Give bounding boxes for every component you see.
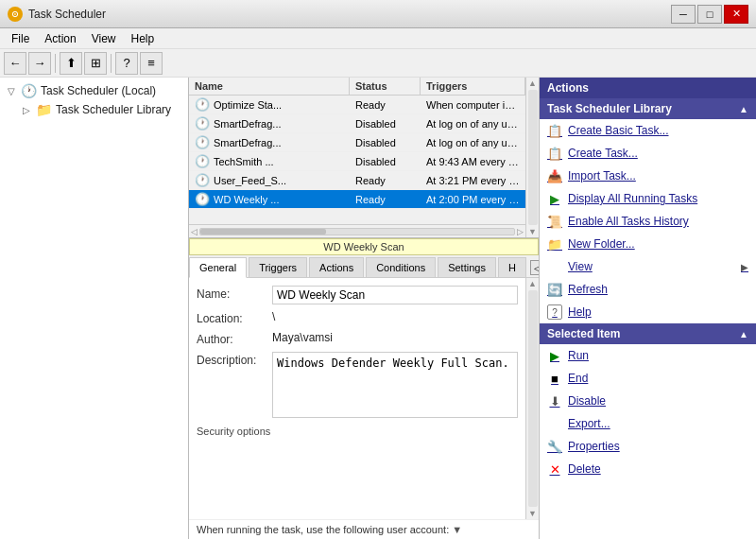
- tree-icon-library: 📁: [36, 102, 52, 117]
- new-folder-item[interactable]: 📁 New Folder...: [540, 233, 756, 255]
- task-icon: 🕐: [195, 173, 210, 187]
- details-vscrollbar[interactable]: ▲ ▼: [525, 278, 539, 519]
- task-status-cell: Disabled: [350, 116, 421, 131]
- task-status-cell: Ready: [350, 97, 421, 113]
- task-icon: 🕐: [195, 116, 210, 130]
- new-folder-label: New Folder...: [568, 237, 635, 251]
- description-label: Description:: [197, 352, 272, 367]
- task-name-cell: 🕐TechSmith ...: [189, 152, 350, 170]
- author-field-row: Author: Maya\vamsi: [197, 331, 518, 346]
- display-running-item[interactable]: ▶ Display All Running Tasks: [540, 187, 756, 210]
- tree-expand-library: ▷: [23, 105, 32, 115]
- delete-item[interactable]: ✕ Delete: [540, 458, 756, 480]
- menu-view[interactable]: View: [84, 30, 124, 47]
- task-row-selected[interactable]: 🕐WD Weekly ... Ready At 2:00 PM every Su…: [189, 190, 525, 209]
- properties-item[interactable]: 🔧 Properties: [540, 435, 756, 458]
- properties-icon: 🔧: [547, 439, 562, 454]
- task-status-cell-selected: Ready: [350, 192, 421, 207]
- security-note: When running the task, use the following…: [197, 524, 449, 535]
- import-task-item[interactable]: 📥 Import Task...: [540, 165, 756, 187]
- section-title-selected[interactable]: Selected Item ▲: [540, 323, 756, 344]
- task-status-cell: Disabled: [350, 135, 421, 150]
- actions-title: Actions: [547, 81, 589, 95]
- maximize-button[interactable]: □: [697, 5, 722, 24]
- task-row[interactable]: 🕐TechSmith ... Disabled At 9:43 AM every…: [189, 152, 525, 171]
- task-triggers-cell: When computer is at idle: [421, 97, 525, 113]
- forward-button[interactable]: →: [28, 52, 51, 75]
- back-button[interactable]: ←: [4, 52, 26, 75]
- task-triggers-cell-selected: At 2:00 PM every Sunday of s: [421, 192, 525, 207]
- col-header-name[interactable]: Name: [189, 78, 350, 95]
- tab-h[interactable]: H: [498, 257, 526, 277]
- help-item[interactable]: ? Help: [540, 301, 756, 323]
- tree-expand-root: ▽: [8, 86, 17, 96]
- tab-triggers[interactable]: Triggers: [249, 257, 307, 277]
- author-label: Author:: [197, 331, 272, 346]
- export-label: Export...: [568, 417, 610, 430]
- view-icon: [547, 259, 562, 274]
- disable-item[interactable]: ⬇ Disable: [540, 390, 756, 412]
- description-textarea[interactable]: Windows Defender Weekly Full Scan.: [272, 352, 518, 418]
- task-triggers-cell: At 3:21 PM every day - Trigg...: [421, 173, 525, 188]
- tab-actions[interactable]: Actions: [309, 257, 364, 277]
- task-row[interactable]: 🕐User_Feed_S... Ready At 3:21 PM every d…: [189, 171, 525, 190]
- section-label-selected: Selected Item: [547, 327, 620, 340]
- create-basic-task-item[interactable]: 📋 Create Basic Task...: [540, 119, 756, 142]
- tab-settings[interactable]: Settings: [438, 257, 496, 277]
- task-row[interactable]: 🕐SmartDefrag... Disabled At log on of an…: [189, 114, 525, 133]
- horizontal-scrollbar[interactable]: ◁ ▷: [189, 224, 525, 237]
- export-item[interactable]: Export...: [540, 412, 756, 435]
- enable-history-item[interactable]: 📜 Enable All Tasks History: [540, 210, 756, 233]
- task-row[interactable]: 🕐SmartDefrag... Disabled At log on of an…: [189, 133, 525, 152]
- task-list: Name Status Triggers 🕐Optimize Sta... Re…: [189, 78, 539, 238]
- col-header-status[interactable]: Status: [350, 78, 421, 95]
- title-bar-controls: ─ □ ✕: [671, 5, 748, 24]
- toolbar-separator-1: [55, 54, 56, 73]
- view-button[interactable]: ≡: [140, 52, 163, 75]
- view-item[interactable]: View ▶: [540, 255, 756, 278]
- toolbar: ← → ⬆ ⊞ ? ≡: [0, 49, 756, 78]
- create-task-label: Create Task...: [568, 147, 638, 160]
- tree-item-library[interactable]: ▷ 📁 Task Scheduler Library: [4, 100, 184, 119]
- main-area: ▽ 🕐 Task Scheduler (Local) ▷ 📁 Task Sche…: [0, 78, 756, 539]
- view-label: View: [568, 260, 593, 273]
- center-panel: Name Status Triggers 🕐Optimize Sta... Re…: [189, 78, 539, 539]
- task-name-cell: 🕐SmartDefrag...: [189, 114, 350, 132]
- run-item[interactable]: ▶ Run: [540, 344, 756, 367]
- up-button[interactable]: ⬆: [60, 52, 82, 75]
- menu-action[interactable]: Action: [37, 30, 83, 47]
- create-task-item[interactable]: 📋 Create Task...: [540, 142, 756, 165]
- task-row[interactable]: 🕐Optimize Sta... Ready When computer is …: [189, 96, 525, 114]
- tree-item-root[interactable]: ▽ 🕐 Task Scheduler (Local): [4, 81, 184, 100]
- minimize-button[interactable]: ─: [671, 5, 696, 24]
- author-value: Maya\vamsi: [272, 331, 518, 344]
- tab-general[interactable]: General: [189, 257, 247, 278]
- menu-help[interactable]: Help: [124, 30, 163, 47]
- security-options-label: Security options: [197, 426, 518, 437]
- tab-prev-button[interactable]: ◁: [530, 260, 539, 275]
- task-icon: 🕐: [195, 97, 210, 112]
- tree-label-library: Task Scheduler Library: [56, 103, 171, 116]
- help-button[interactable]: ?: [115, 52, 138, 75]
- import-task-icon: 📥: [547, 168, 562, 183]
- properties-label: Properties: [568, 440, 620, 453]
- col-header-triggers[interactable]: Triggers: [421, 78, 525, 95]
- location-value: \: [272, 310, 518, 323]
- name-input[interactable]: [272, 286, 518, 304]
- end-label: End: [568, 372, 588, 385]
- tree-label-root: Task Scheduler (Local): [41, 84, 156, 97]
- new-folder-icon: 📁: [547, 236, 562, 252]
- run-label: Run: [568, 349, 589, 362]
- import-task-label: Import Task...: [568, 169, 636, 183]
- menu-file[interactable]: File: [4, 30, 37, 47]
- actions-header: Actions: [540, 78, 756, 98]
- tab-conditions[interactable]: Conditions: [366, 257, 436, 277]
- refresh-item[interactable]: 🔄 Refresh: [540, 278, 756, 301]
- section-label-library: Task Scheduler Library: [547, 102, 672, 115]
- section-title-library[interactable]: Task Scheduler Library ▲: [540, 98, 756, 119]
- task-list-vscrollbar[interactable]: ▲ ▼: [525, 78, 539, 237]
- close-button[interactable]: ✕: [724, 5, 748, 24]
- show-hide-button[interactable]: ⊞: [84, 52, 107, 75]
- details-content: Name: Location: \ Author: Maya\vamsi Des…: [189, 278, 525, 519]
- end-item[interactable]: ■ End: [540, 367, 756, 390]
